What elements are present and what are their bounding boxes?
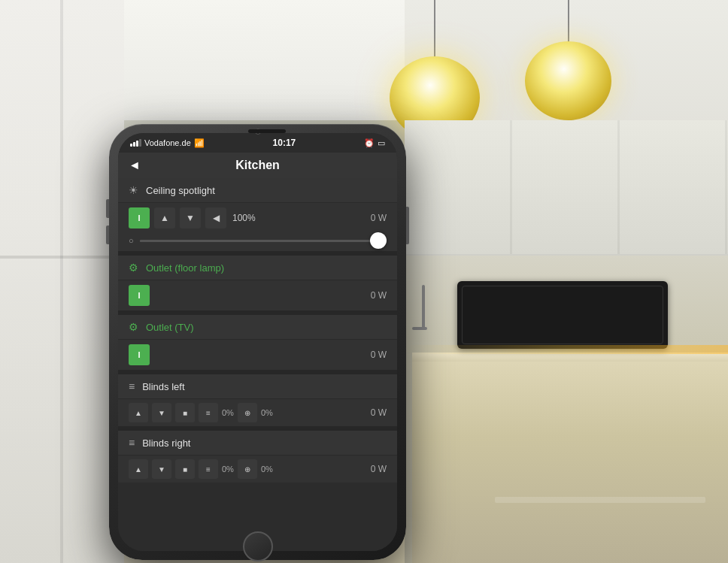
- cabinet-dividers: [405, 120, 728, 254]
- lamp-wire-right: [568, 0, 569, 41]
- ceiling-up-button[interactable]: ▲: [154, 207, 175, 229]
- cabinet-divider-h: [0, 256, 124, 259]
- status-left: Vodafone.de 📶: [130, 138, 205, 148]
- status-bar: Vodafone.de 📶 10:17 ⏰ ▭: [118, 133, 397, 153]
- counter-highlight: [495, 497, 705, 503]
- blinds-right-icon: ≡: [129, 437, 135, 449]
- tv-watts: 0 W: [371, 350, 387, 360]
- floor-lamp-watts: 0 W: [371, 290, 387, 301]
- page-title: Kitchen: [235, 159, 280, 172]
- blinds-left-stop-button[interactable]: ■: [175, 403, 195, 422]
- outlet-tv-icon: ⚙: [129, 321, 138, 333]
- battery-icon: ▭: [378, 138, 385, 148]
- blinds-left-slat-button[interactable]: ⊕: [238, 403, 257, 422]
- wifi-icon: 📶: [194, 138, 205, 148]
- blinds-right-up-button[interactable]: ▲: [129, 459, 148, 479]
- signal-bar-4: [139, 139, 141, 147]
- blinds-left-up-button[interactable]: ▲: [129, 403, 148, 422]
- home-button[interactable]: [243, 531, 273, 561]
- tv-power-button[interactable]: I: [129, 344, 150, 365]
- sun-icon: ☀: [129, 184, 138, 196]
- ceiling-slider-row: ○ I: [118, 233, 397, 251]
- status-time: 10:17: [273, 138, 296, 148]
- faucet-area: [412, 285, 435, 345]
- phone-frame: Vodafone.de 📶 10:17 ⏰ ▭ ◄ Kitchen ☀: [109, 124, 406, 560]
- outlet-floor-lamp-title: Outlet (floor lamp): [146, 262, 224, 274]
- ceiling-percent: 100%: [232, 213, 256, 223]
- outlet-floor-lamp-controls: I 0 W: [118, 280, 397, 310]
- blinds-right-list-button[interactable]: ≡: [199, 459, 218, 479]
- faucet-stem: [422, 285, 425, 330]
- content-area[interactable]: ☀ Ceiling spotlight I ▲ ▼ ◀ 100% 0 W ○: [118, 178, 397, 551]
- lamp-wire-left: [434, 0, 435, 56]
- slider-min-label: ○: [129, 236, 134, 245]
- blinds-right-percent2: 0%: [261, 465, 273, 474]
- power-button[interactable]: [406, 207, 409, 244]
- blinds-left-title: Blinds left: [142, 381, 184, 392]
- carrier-name: Vodafone.de: [144, 138, 191, 147]
- signal-bar-1: [130, 144, 132, 147]
- upper-cabinets: [405, 120, 728, 256]
- kitchen-counter: [412, 353, 728, 563]
- hanging-lamp-left: [390, 0, 480, 139]
- status-right: ⏰ ▭: [364, 138, 385, 148]
- blinds-right-title: Blinds right: [142, 437, 190, 449]
- phone-screen: Vodafone.de 📶 10:17 ⏰ ▭ ◄ Kitchen ☀: [118, 133, 397, 551]
- ceiling-down-button[interactable]: ▼: [180, 207, 201, 229]
- outlet-tv-header: ⚙ Outlet (TV): [118, 315, 397, 339]
- blinds-left-header: ≡ Blinds left: [118, 374, 397, 398]
- cooktop: [457, 281, 668, 349]
- blinds-left-icon: ≡: [129, 380, 135, 392]
- signal-bar-2: [133, 142, 135, 147]
- blinds-left-percent2: 0%: [261, 408, 273, 417]
- ceiling-spotlight-title: Ceiling spotlight: [146, 185, 215, 196]
- brightness-slider[interactable]: [140, 240, 378, 242]
- blinds-right-percent1: 0%: [222, 465, 234, 474]
- ceiling-power-on-button[interactable]: I: [129, 207, 150, 229]
- signal-bar-3: [136, 141, 138, 147]
- floor-lamp-power-button[interactable]: I: [129, 285, 150, 306]
- volume-down-button[interactable]: [106, 226, 109, 244]
- alarm-icon: ⏰: [364, 138, 375, 148]
- faucet-spout: [412, 327, 427, 330]
- volume-up-button[interactable]: [106, 199, 109, 218]
- ceiling-spotlight-header: ☀ Ceiling spotlight: [118, 178, 397, 202]
- cooktop-inner: [462, 286, 663, 344]
- blinds-left-percent1: 0%: [222, 408, 234, 417]
- blinds-right-header: ≡ Blinds right: [118, 431, 397, 455]
- blinds-left-list-button[interactable]: ≡: [199, 403, 218, 422]
- nav-header: ◄ Kitchen: [118, 153, 397, 178]
- earpiece-speaker: [248, 129, 286, 133]
- slider-thumb[interactable]: [370, 232, 387, 249]
- cabinet-divider-1: [60, 0, 63, 563]
- outlet-floor-lamp-header: ⚙ Outlet (floor lamp): [118, 256, 397, 280]
- lamp-shade-right: [525, 41, 611, 120]
- back-button[interactable]: ◄: [129, 159, 141, 172]
- blinds-left-watts: 0 W: [371, 407, 387, 418]
- ceiling-watts: 0 W: [371, 213, 387, 223]
- outlet-tv-title: Outlet (TV): [146, 322, 194, 333]
- blinds-right-stop-button[interactable]: ■: [175, 459, 195, 479]
- phone: Vodafone.de 📶 10:17 ⏰ ▭ ◄ Kitchen ☀: [109, 124, 406, 560]
- hanging-lamp-right: [525, 0, 611, 120]
- outlet-tv-controls: I 0 W: [118, 339, 397, 370]
- ceiling-dim-button[interactable]: ◀: [205, 207, 226, 229]
- slider-fill: [140, 240, 378, 242]
- blinds-left-down-button[interactable]: ▼: [152, 403, 171, 422]
- blinds-right-controls: ▲ ▼ ■ ≡ 0% ⊕ 0% 0 W: [118, 455, 397, 483]
- blinds-right-watts: 0 W: [371, 464, 387, 474]
- blinds-right-slat-button[interactable]: ⊕: [238, 459, 257, 479]
- outlet-floor-icon: ⚙: [129, 262, 138, 274]
- signal-strength: [130, 139, 141, 147]
- blinds-right-down-button[interactable]: ▼: [152, 459, 171, 479]
- under-cabinet-light: [405, 345, 728, 354]
- blinds-left-controls: ▲ ▼ ■ ≡ 0% ⊕ 0% 0 W: [118, 398, 397, 426]
- ceiling-spotlight-controls: I ▲ ▼ ◀ 100% 0 W: [118, 202, 397, 233]
